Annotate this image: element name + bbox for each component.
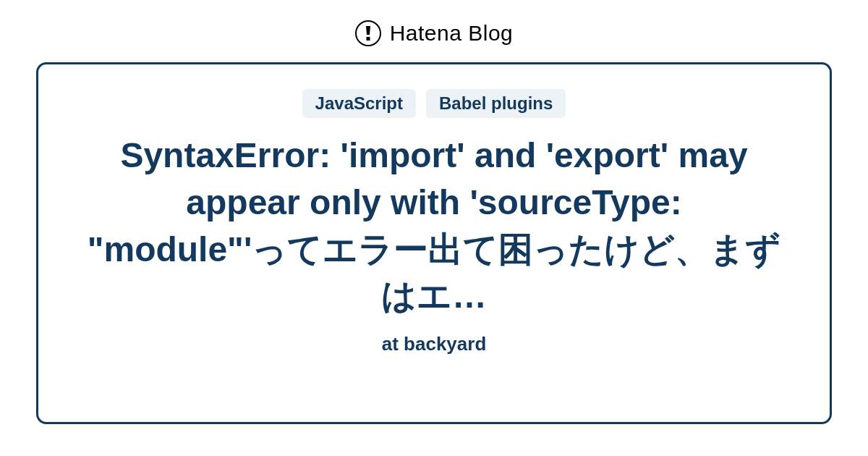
article-card: JavaScript Babel plugins SyntaxError: 'i… <box>36 62 832 424</box>
tag-list: JavaScript Babel plugins <box>302 89 566 118</box>
tag[interactable]: Babel plugins <box>426 89 566 118</box>
article-title: SyntaxError: 'import' and 'export' may a… <box>87 132 781 320</box>
brand-name: Hatena Blog <box>390 21 514 46</box>
author-name: at backyard <box>382 333 487 355</box>
header: Hatena Blog <box>0 0 868 62</box>
hatena-logo-icon <box>355 20 381 46</box>
svg-rect-1 <box>366 37 370 41</box>
tag[interactable]: JavaScript <box>302 89 416 118</box>
